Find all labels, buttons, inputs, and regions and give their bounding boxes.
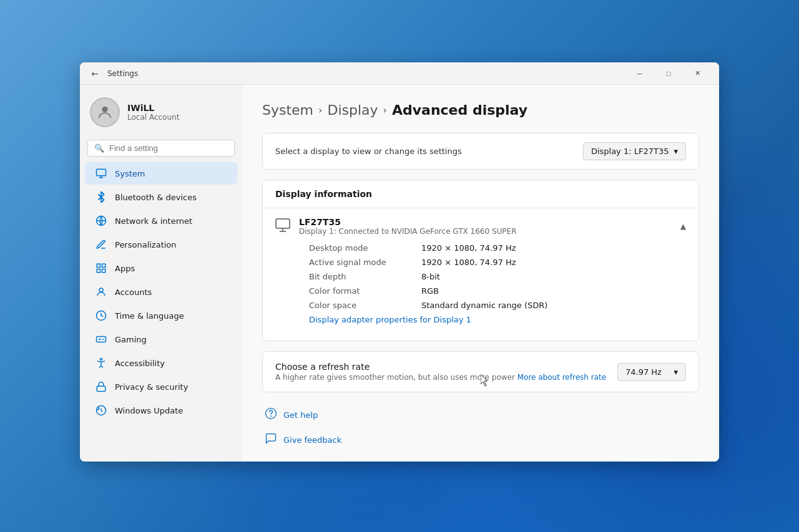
minimize-button[interactable]: ─ bbox=[625, 62, 654, 85]
display-item-header[interactable]: LF27T35 Display 1: Connected to NVIDIA G… bbox=[275, 217, 686, 236]
refresh-description-text: A higher rate gives smoother motion, but… bbox=[275, 373, 515, 382]
nav-bluetooth[interactable]: Bluetooth & devices bbox=[85, 186, 237, 208]
search-input[interactable] bbox=[109, 143, 228, 153]
detail-value-color-format: RGB bbox=[421, 286, 686, 296]
gaming-icon bbox=[95, 333, 107, 346]
display-item-info: LF27T35 Display 1: Connected to NVIDIA G… bbox=[275, 217, 516, 236]
nav-time[interactable]: Time & language bbox=[85, 304, 237, 327]
get-help-icon bbox=[265, 407, 277, 422]
system-icon bbox=[95, 167, 107, 180]
detail-desktop-mode: Desktop mode 1920 × 1080, 74.97 Hz bbox=[309, 241, 686, 255]
user-info: IWiLL Local Account bbox=[127, 103, 179, 122]
help-section: Get help Give feedback bbox=[262, 402, 699, 452]
svg-point-0 bbox=[102, 107, 107, 112]
nav-update-label: Windows Update bbox=[115, 406, 183, 415]
refresh-text: Choose a refresh rate A higher rate give… bbox=[275, 362, 617, 382]
get-help-item[interactable]: Get help bbox=[262, 402, 699, 427]
svg-rect-6 bbox=[102, 269, 105, 273]
breadcrumb: System › Display › Advanced display bbox=[262, 102, 699, 118]
nav-network[interactable]: Network & internet bbox=[85, 210, 237, 232]
svg-rect-5 bbox=[97, 269, 100, 273]
svg-rect-4 bbox=[102, 264, 105, 267]
nav-system-label: System bbox=[115, 169, 145, 178]
svg-point-10 bbox=[100, 359, 102, 360]
search-box: 🔍 bbox=[87, 140, 235, 157]
window-title: Settings bbox=[107, 69, 625, 78]
user-section: IWiLL Local Account bbox=[80, 90, 242, 137]
nav-privacy[interactable]: Privacy & security bbox=[85, 375, 237, 398]
refresh-dropdown[interactable]: 74.97 Hz ▾ bbox=[617, 363, 686, 381]
detail-label-color-space: Color space bbox=[309, 301, 421, 310]
display-name-block: LF27T35 Display 1: Connected to NVIDIA G… bbox=[299, 217, 516, 236]
breadcrumb-display[interactable]: Display bbox=[327, 102, 378, 118]
main-layout: IWiLL Local Account 🔍 System bbox=[80, 85, 719, 462]
detail-label-color-format: Color format bbox=[309, 286, 421, 296]
nav-network-label: Network & internet bbox=[115, 216, 192, 226]
give-feedback-label: Give feedback bbox=[283, 435, 341, 445]
nav-system[interactable]: System bbox=[85, 162, 237, 185]
nav-accounts[interactable]: Accounts bbox=[85, 281, 237, 303]
display-subtitle: Display 1: Connected to NVIDIA GeForce G… bbox=[299, 227, 516, 236]
display-info-header: Display information bbox=[263, 180, 699, 208]
breadcrumb-sep2: › bbox=[383, 104, 387, 116]
detail-color-format: Color format RGB bbox=[309, 284, 686, 298]
detail-color-space: Color space Standard dynamic range (SDR) bbox=[309, 298, 686, 312]
display-info-card: Display information LF27T35 bbox=[262, 180, 699, 341]
breadcrumb-system[interactable]: System bbox=[262, 102, 313, 118]
nav-apps[interactable]: Apps bbox=[85, 257, 237, 279]
nav-accessibility-label: Accessibility bbox=[115, 359, 165, 368]
give-feedback-item[interactable]: Give feedback bbox=[262, 427, 699, 452]
detail-value-desktop: 1920 × 1080, 74.97 Hz bbox=[421, 243, 686, 253]
settings-window: ← Settings ─ □ ✕ IWiLL Local Account bbox=[80, 62, 719, 462]
nav-accessibility[interactable]: Accessibility bbox=[85, 352, 237, 374]
give-feedback-icon bbox=[265, 432, 277, 447]
svg-point-7 bbox=[99, 288, 103, 292]
display-selector-label: Select a display to view or change its s… bbox=[275, 147, 462, 156]
nav-update[interactable]: Windows Update bbox=[85, 399, 237, 422]
detail-label-desktop: Desktop mode bbox=[309, 243, 421, 253]
refresh-rate-link[interactable]: More about refresh rate bbox=[517, 373, 606, 382]
nav-time-label: Time & language bbox=[115, 311, 184, 321]
display-dropdown[interactable]: Display 1: LF27T35 ▾ bbox=[583, 142, 686, 160]
detail-label-bit: Bit depth bbox=[309, 272, 421, 281]
detail-signal-mode: Active signal mode 1920 × 1080, 74.97 Hz bbox=[309, 255, 686, 269]
breadcrumb-current: Advanced display bbox=[392, 102, 527, 118]
breadcrumb-sep1: › bbox=[318, 104, 322, 116]
nav-personalization-label: Personalization bbox=[115, 240, 177, 249]
search-icon: 🔍 bbox=[94, 143, 104, 153]
network-icon bbox=[95, 215, 107, 227]
maximize-button[interactable]: □ bbox=[654, 62, 683, 85]
display-item: LF27T35 Display 1: Connected to NVIDIA G… bbox=[263, 208, 699, 341]
display-adapter-link[interactable]: Display adapter properties for Display 1 bbox=[309, 312, 471, 327]
monitor-icon bbox=[275, 218, 290, 235]
nav-apps-label: Apps bbox=[115, 264, 135, 273]
accessibility-icon bbox=[95, 357, 107, 369]
nav-privacy-label: Privacy & security bbox=[115, 382, 188, 392]
user-type: Local Account bbox=[127, 113, 179, 122]
detail-value-signal: 1920 × 1080, 74.97 Hz bbox=[421, 258, 686, 267]
privacy-icon bbox=[95, 380, 107, 393]
nav-personalization[interactable]: Personalization bbox=[85, 233, 237, 256]
svg-rect-11 bbox=[97, 386, 105, 391]
sidebar: IWiLL Local Account 🔍 System bbox=[80, 85, 242, 462]
time-icon bbox=[95, 309, 107, 322]
detail-bit-depth: Bit depth 8-bit bbox=[309, 269, 686, 284]
personalization-icon bbox=[95, 238, 107, 251]
refresh-title: Choose a refresh rate bbox=[275, 362, 617, 372]
back-button[interactable]: ← bbox=[87, 66, 102, 81]
avatar bbox=[90, 97, 120, 127]
detail-label-signal: Active signal mode bbox=[309, 258, 421, 267]
display-details: Desktop mode 1920 × 1080, 74.97 Hz Activ… bbox=[275, 236, 686, 332]
display-expand-icon: ▲ bbox=[680, 222, 686, 231]
close-button[interactable]: ✕ bbox=[683, 62, 712, 85]
svg-rect-9 bbox=[97, 337, 106, 342]
nav-gaming[interactable]: Gaming bbox=[85, 328, 237, 351]
bluetooth-icon bbox=[95, 191, 107, 203]
nav-bluetooth-label: Bluetooth & devices bbox=[115, 193, 197, 202]
refresh-rate-card: Choose a refresh rate A higher rate give… bbox=[262, 351, 699, 392]
svg-rect-1 bbox=[97, 169, 106, 176]
dropdown-chevron-icon: ▾ bbox=[674, 147, 678, 156]
detail-value-color-space: Standard dynamic range (SDR) bbox=[421, 301, 686, 310]
detail-value-bit: 8-bit bbox=[421, 272, 686, 281]
svg-rect-3 bbox=[97, 264, 100, 267]
